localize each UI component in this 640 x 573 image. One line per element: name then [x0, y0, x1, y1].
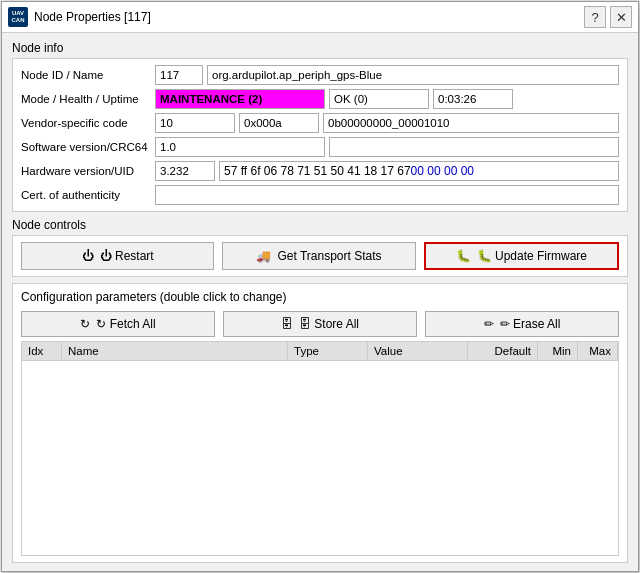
close-button[interactable]: ✕: [610, 6, 632, 28]
help-button[interactable]: ?: [584, 6, 606, 28]
sw-input[interactable]: [155, 137, 325, 157]
bug-icon: 🐛: [456, 249, 471, 263]
hw2-normal: 57 ff 6f 06 78 71 51 50 41 18 17 67: [224, 164, 411, 178]
sw-label: Software version/CRC64: [21, 141, 151, 153]
th-idx: Idx: [22, 342, 62, 360]
vendor1-input[interactable]: [155, 113, 235, 133]
title-bar: UAVCAN Node Properties [117] ? ✕: [2, 2, 638, 33]
th-min: Min: [538, 342, 578, 360]
coa-input[interactable]: [155, 185, 619, 205]
sw2-input[interactable]: [329, 137, 619, 157]
restart-icon: ⏻: [82, 249, 94, 263]
transport-stats-button[interactable]: 🚚 Get Transport Stats: [222, 242, 415, 270]
th-type: Type: [288, 342, 368, 360]
node-id-label: Node ID / Name: [21, 69, 151, 81]
erase-all-button[interactable]: ✏ ✏ Erase All: [425, 311, 619, 337]
table-header: Idx Name Type Value Default Min Max: [22, 342, 618, 361]
hw2-display: 57 ff 6f 06 78 71 51 50 41 18 17 67 00 0…: [219, 161, 619, 181]
th-default: Default: [468, 342, 538, 360]
erase-label: ✏ Erase All: [500, 317, 561, 331]
transport-label: Get Transport Stats: [277, 249, 381, 263]
node-id-row: Node ID / Name: [21, 65, 619, 85]
vendor-label: Vendor-specific code: [21, 117, 151, 129]
mode-row: Mode / Health / Uptime: [21, 89, 619, 109]
sw-row: Software version/CRC64: [21, 137, 619, 157]
node-properties-window: UAVCAN Node Properties [117] ? ✕ Node in…: [1, 1, 639, 572]
node-controls-box: ⏻ ⏻ Restart 🚚 Get Transport Stats 🐛 🐛 Up…: [12, 235, 628, 277]
config-buttons: ↻ ↻ Fetch All 🗄 🗄 Store All ✏ ✏ Erase Al…: [21, 311, 619, 337]
node-id-input[interactable]: [155, 65, 203, 85]
th-name: Name: [62, 342, 288, 360]
config-table: Idx Name Type Value Default Min Max: [21, 341, 619, 556]
restart-button[interactable]: ⏻ ⏻ Restart: [21, 242, 214, 270]
mode-label: Mode / Health / Uptime: [21, 93, 151, 105]
config-label: Configuration parameters (double click t…: [21, 290, 619, 304]
hw-row: Hardware version/UID 57 ff 6f 06 78 71 5…: [21, 161, 619, 181]
window-title: Node Properties [117]: [34, 10, 578, 24]
store-all-button[interactable]: 🗄 🗄 Store All: [223, 311, 417, 337]
vendor-row: Vendor-specific code: [21, 113, 619, 133]
health-input[interactable]: [329, 89, 429, 109]
store-icon: 🗄: [281, 317, 293, 331]
controls-row: ⏻ ⏻ Restart 🚚 Get Transport Stats 🐛 🐛 Up…: [21, 242, 619, 270]
fetch-all-button[interactable]: ↻ ↻ Fetch All: [21, 311, 215, 337]
hw1-input[interactable]: [155, 161, 215, 181]
th-value: Value: [368, 342, 468, 360]
firmware-label: 🐛 Update Firmware: [477, 249, 587, 263]
restart-label: ⏻ Restart: [100, 249, 154, 263]
node-controls-section: Node controls ⏻ ⏻ Restart 🚚 Get Transpor…: [12, 218, 628, 277]
node-name-input[interactable]: [207, 65, 619, 85]
node-info-label: Node info: [12, 41, 628, 55]
truck-icon: 🚚: [256, 249, 271, 263]
coa-label: Cert. of authenticity: [21, 189, 151, 201]
th-max: Max: [578, 342, 618, 360]
config-section: Configuration parameters (double click t…: [12, 283, 628, 563]
uavcan-logo: UAVCAN: [8, 7, 28, 27]
hw-label: Hardware version/UID: [21, 165, 151, 177]
refresh-icon: ↻: [80, 317, 90, 331]
node-info-section: Node info Node ID / Name Mode / Health /…: [12, 41, 628, 212]
hw2-blue: 00 00 00 00: [411, 164, 474, 178]
node-controls-label: Node controls: [12, 218, 628, 232]
uptime-input[interactable]: [433, 89, 513, 109]
coa-row: Cert. of authenticity: [21, 185, 619, 205]
content-area: Node info Node ID / Name Mode / Health /…: [2, 33, 638, 571]
vendor3-input[interactable]: [323, 113, 619, 133]
vendor2-input[interactable]: [239, 113, 319, 133]
erase-icon: ✏: [484, 317, 494, 331]
node-info-box: Node ID / Name Mode / Health / Uptime Ve…: [12, 58, 628, 212]
update-firmware-button[interactable]: 🐛 🐛 Update Firmware: [424, 242, 619, 270]
title-bar-actions: ? ✕: [584, 6, 632, 28]
store-label: 🗄 Store All: [299, 317, 359, 331]
mode-input[interactable]: [155, 89, 325, 109]
fetch-label: ↻ Fetch All: [96, 317, 155, 331]
